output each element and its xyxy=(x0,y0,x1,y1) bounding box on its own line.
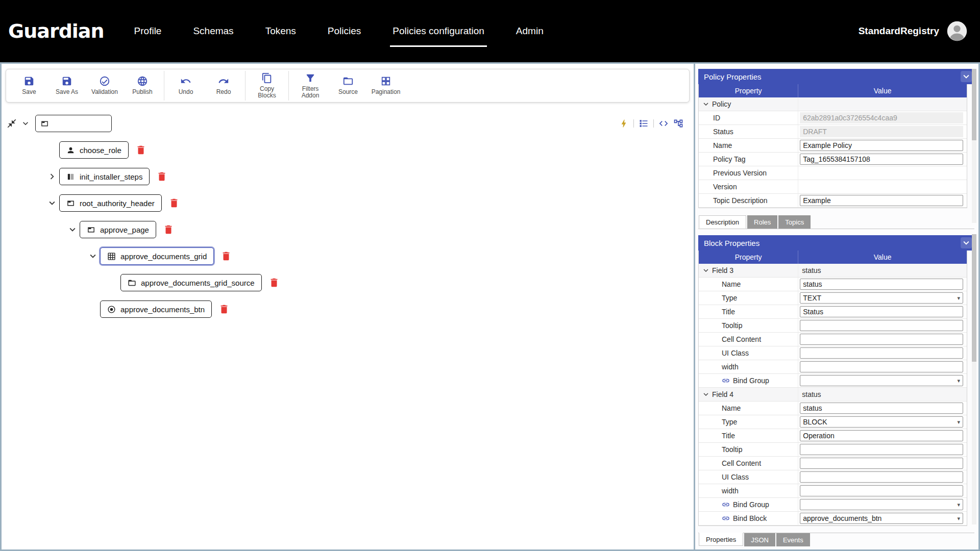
tab-roles[interactable]: Roles xyxy=(747,215,777,229)
scrollbar-thumb[interactable] xyxy=(972,69,976,140)
chevron-down-icon[interactable] xyxy=(46,197,58,209)
validation-button[interactable]: Validation xyxy=(86,71,124,101)
tree-node-approve-page[interactable]: approve_page xyxy=(80,221,156,238)
tree-node-approve-documents-btn[interactable]: approve_documents_btn xyxy=(100,300,212,318)
trash-icon[interactable] xyxy=(168,197,180,209)
policy-properties-header[interactable]: Policy Properties xyxy=(698,69,974,84)
tree-node-approve-documents-grid-source[interactable]: approve_documents_grid_source xyxy=(120,274,262,291)
field-4-type-select[interactable]: BLOCK▾ xyxy=(800,416,963,428)
tree-node-approve-documents-grid[interactable]: approve_documents_grid xyxy=(100,247,214,265)
collapse-all-icon[interactable] xyxy=(7,118,17,129)
policy-policy-tag-input[interactable] xyxy=(800,154,963,165)
block-properties-header[interactable]: Block Properties xyxy=(698,235,974,251)
field-4-tooltip-input[interactable] xyxy=(800,444,963,455)
chevron-down-icon[interactable] xyxy=(701,390,710,399)
field-4-cell-content-input[interactable] xyxy=(800,458,963,469)
toolbar-button-label: Source xyxy=(338,89,358,95)
select-value: TEXT xyxy=(803,294,821,302)
policy-topic-description-input[interactable] xyxy=(800,195,963,206)
undo-button[interactable]: Undo xyxy=(167,71,205,101)
tree-root-container[interactable] xyxy=(35,115,112,132)
chevron-down-icon[interactable] xyxy=(701,99,710,109)
redo-button[interactable]: Redo xyxy=(205,71,242,101)
copy-blocks-button[interactable]: Copy Blocks xyxy=(248,71,286,101)
field-3-title-input[interactable] xyxy=(800,306,963,317)
field-4-title-input[interactable] xyxy=(800,430,963,441)
property-label: Policy Tag xyxy=(713,155,746,163)
nav-item-policies[interactable]: Policies xyxy=(312,0,377,62)
container-icon xyxy=(87,226,95,234)
publish-button[interactable]: Publish xyxy=(124,71,161,101)
tree-node-choose-role[interactable]: choose_role xyxy=(59,141,129,159)
toolbar-button-label: Copy Blocks xyxy=(251,86,283,99)
scrollbar-thumb[interactable] xyxy=(972,234,976,362)
tree-view-icon[interactable] xyxy=(673,118,683,129)
nav-item-profile[interactable]: Profile xyxy=(118,0,178,62)
toolbar-button-label: Redo xyxy=(216,89,231,95)
field-3-width-input[interactable] xyxy=(800,361,963,372)
collapse-section-icon[interactable] xyxy=(961,237,972,248)
source-button[interactable]: Source xyxy=(329,71,367,101)
chevron-right-icon[interactable] xyxy=(46,171,58,182)
save-button[interactable]: Save xyxy=(10,71,48,101)
property-label: Cell Content xyxy=(722,335,761,343)
tab-topics[interactable]: Topics xyxy=(778,215,811,229)
tab-json[interactable]: JSON xyxy=(744,533,775,546)
events-bolt-icon[interactable] xyxy=(619,118,629,129)
code-view-icon[interactable] xyxy=(658,118,669,129)
field-4-bind-block-select[interactable]: approve_documents_btn▾ xyxy=(800,513,963,524)
chevron-down-icon[interactable] xyxy=(701,266,710,275)
chevron-down-icon[interactable] xyxy=(87,251,99,262)
pagination-button[interactable]: Pagination xyxy=(367,71,405,101)
nav-item-schemas[interactable]: Schemas xyxy=(177,0,249,62)
tree-node-root-authority-header[interactable]: root_authority_header xyxy=(59,194,162,212)
trash-icon[interactable] xyxy=(156,171,167,182)
property-row-policy-topic-description: Topic Description xyxy=(699,194,967,208)
filters-addon-button[interactable]: Filters Addon xyxy=(291,71,329,101)
trash-icon[interactable] xyxy=(220,251,232,262)
tree-node-init-installer-steps[interactable]: init_installer_steps xyxy=(59,168,150,185)
policy-section-scrollbar[interactable] xyxy=(972,69,976,223)
tab-description[interactable]: Description xyxy=(699,215,746,229)
trash-icon[interactable] xyxy=(268,277,280,288)
property-row-field-4-name: Name xyxy=(699,402,967,415)
nav-item-admin[interactable]: Admin xyxy=(500,0,559,62)
field-4-bind-group-select[interactable]: ▾ xyxy=(800,499,963,510)
nav-item-tokens[interactable]: Tokens xyxy=(250,0,312,62)
spacer xyxy=(698,229,974,235)
chevron-down-icon[interactable] xyxy=(67,224,78,235)
tab-properties[interactable]: Properties xyxy=(699,533,743,546)
field-3-cell-content-input[interactable] xyxy=(800,334,963,345)
group-row-field-3[interactable]: Field 3status xyxy=(699,264,967,278)
trash-icon[interactable] xyxy=(163,224,174,235)
field-3-type-select[interactable]: TEXT▾ xyxy=(800,292,963,304)
group-row-field-4[interactable]: Field 4status xyxy=(699,388,967,402)
user-area[interactable]: StandardRegistry xyxy=(859,20,968,42)
trash-icon[interactable] xyxy=(218,304,230,315)
avatar[interactable] xyxy=(946,20,968,42)
save-as-button[interactable]: Save As xyxy=(48,71,86,101)
field-4-ui-class-input[interactable] xyxy=(800,471,963,483)
field-3-tooltip-input[interactable] xyxy=(800,320,963,331)
property-row-field-3-name: Name xyxy=(699,278,967,291)
dropdown-caret-icon: ▾ xyxy=(957,295,960,302)
field-4-name-input[interactable] xyxy=(800,403,963,414)
field-3-bind-group-select[interactable]: ▾ xyxy=(800,375,963,386)
tab-events[interactable]: Events xyxy=(776,533,810,546)
policy-name-input[interactable] xyxy=(800,140,963,151)
group-row-policy[interactable]: Policy xyxy=(699,97,967,111)
nav-item-policies-configuration[interactable]: Policies configuration xyxy=(377,0,500,62)
property-row-field-4-bind-block: Bind Blockapprove_documents_btn▾ xyxy=(699,512,967,525)
group-label: Policy xyxy=(712,100,731,108)
property-row-policy-policy-tag: Policy Tag xyxy=(699,153,967,166)
collapse-section-icon[interactable] xyxy=(961,71,972,82)
field-3-name-input[interactable] xyxy=(800,279,963,290)
field-3-ui-class-input[interactable] xyxy=(800,347,963,359)
field-4-width-input[interactable] xyxy=(800,485,963,496)
property-label: Tooltip xyxy=(722,445,742,454)
trash-icon[interactable] xyxy=(135,144,146,156)
filters-addon-icon xyxy=(305,72,316,84)
root-chevron-down-icon[interactable] xyxy=(20,118,31,129)
block-section-scrollbar[interactable] xyxy=(972,234,976,524)
blocks-list-icon[interactable] xyxy=(639,118,649,129)
